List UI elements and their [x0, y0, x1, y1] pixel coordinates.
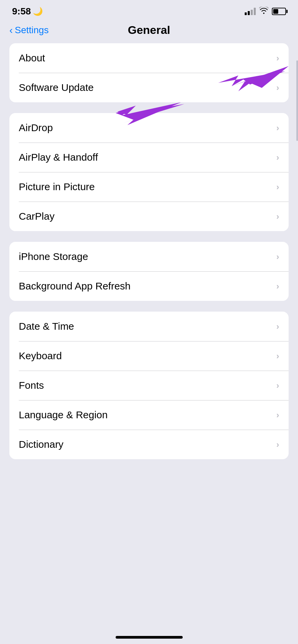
row-picture-in-picture[interactable]: Picture in Picture ›	[9, 172, 289, 202]
section-3: iPhone Storage › Background App Refresh …	[9, 242, 289, 301]
row-language-region-label: Language & Region	[19, 409, 108, 421]
row-date-time[interactable]: Date & Time ›	[9, 312, 289, 341]
status-time: 9:58 🌙	[12, 6, 43, 17]
back-button[interactable]: ‹ Settings	[9, 25, 49, 36]
scrollbar[interactable]	[296, 60, 298, 141]
row-airdrop-label: AirDrop	[19, 122, 53, 133]
row-dictionary-label: Dictionary	[19, 439, 63, 450]
section-1: About › Software Update ›	[9, 43, 289, 102]
chevron-right-icon: ›	[276, 410, 279, 420]
row-about[interactable]: About ›	[9, 43, 289, 73]
home-indicator	[116, 636, 183, 639]
row-airdrop[interactable]: AirDrop ›	[9, 113, 289, 143]
status-bar: 9:58 🌙	[0, 0, 298, 20]
row-keyboard-label: Keyboard	[19, 350, 62, 362]
moon-icon: 🌙	[33, 7, 43, 16]
row-carplay-label: CarPlay	[19, 211, 55, 222]
row-background-app-refresh[interactable]: Background App Refresh ›	[9, 271, 289, 301]
row-iphone-storage[interactable]: iPhone Storage ›	[9, 242, 289, 271]
time-label: 9:58	[12, 6, 31, 17]
signal-icon	[245, 8, 256, 15]
chevron-right-icon: ›	[276, 211, 279, 222]
row-fonts[interactable]: Fonts ›	[9, 371, 289, 400]
chevron-right-icon: ›	[276, 439, 279, 450]
chevron-right-icon: ›	[276, 53, 279, 63]
page-title: General	[128, 23, 170, 37]
back-chevron-icon: ‹	[9, 25, 13, 35]
row-carplay[interactable]: CarPlay ›	[9, 202, 289, 231]
chevron-right-icon: ›	[276, 281, 279, 291]
row-software-update-label: Software Update	[19, 82, 94, 93]
svg-marker-1	[218, 71, 285, 86]
chevron-right-icon: ›	[276, 252, 279, 262]
nav-bar: ‹ Settings General	[0, 20, 298, 43]
back-label: Settings	[15, 25, 49, 36]
status-icons	[245, 7, 286, 16]
row-about-label: About	[19, 52, 45, 64]
row-picture-in-picture-label: Picture in Picture	[19, 181, 95, 193]
row-iphone-storage-label: iPhone Storage	[19, 251, 88, 262]
chevron-right-icon: ›	[276, 123, 279, 133]
row-language-region[interactable]: Language & Region ›	[9, 400, 289, 430]
row-keyboard[interactable]: Keyboard ›	[9, 341, 289, 371]
row-airplay-handoff-label: AirPlay & Handoff	[19, 152, 98, 163]
chevron-right-icon: ›	[276, 182, 279, 192]
settings-content: About › Software Update › AirDrop › AirP…	[0, 43, 298, 459]
chevron-right-icon: ›	[276, 152, 279, 163]
battery-icon	[272, 8, 286, 15]
section-2: AirDrop › AirPlay & Handoff › Picture in…	[9, 113, 289, 231]
row-date-time-label: Date & Time	[19, 321, 74, 332]
row-software-update[interactable]: Software Update ›	[9, 73, 289, 102]
section-4: Date & Time › Keyboard › Fonts › Languag…	[9, 312, 289, 459]
row-airplay-handoff[interactable]: AirPlay & Handoff ›	[9, 143, 289, 172]
chevron-right-icon: ›	[276, 321, 279, 332]
chevron-right-icon: ›	[276, 351, 279, 361]
chevron-right-icon: ›	[276, 83, 279, 93]
chevron-right-icon: ›	[276, 380, 279, 391]
row-fonts-label: Fonts	[19, 380, 44, 391]
row-dictionary[interactable]: Dictionary ›	[9, 430, 289, 459]
row-background-app-refresh-label: Background App Refresh	[19, 280, 131, 292]
wifi-icon	[259, 7, 269, 16]
